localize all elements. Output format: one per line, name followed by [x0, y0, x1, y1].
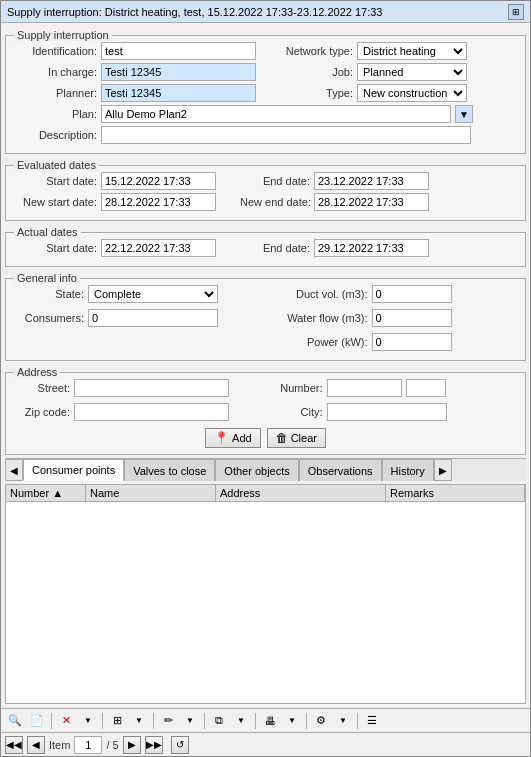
evaluated-dates-label: Evaluated dates: [14, 159, 99, 171]
network-type-label: Network type:: [268, 45, 353, 57]
state-select[interactable]: Complete: [88, 285, 218, 303]
delete-dropdown[interactable]: ▼: [78, 712, 98, 730]
street-row: Street:: [12, 379, 264, 397]
eval-start-input[interactable]: [101, 172, 216, 190]
list-button[interactable]: ☰: [362, 712, 382, 730]
move-button[interactable]: ⊞: [107, 712, 127, 730]
planner-input[interactable]: [101, 84, 256, 102]
type-select[interactable]: New construction: [357, 84, 467, 102]
duct-vol-row: Duct vol. (m3):: [268, 285, 520, 303]
col-number[interactable]: Number ▲: [6, 485, 86, 501]
planner-row: Planner: Type: New construction: [12, 84, 519, 102]
edit-dropdown[interactable]: ▼: [180, 712, 200, 730]
bottom-toolbar: 🔍 📄 ✕ ▼ ⊞ ▼ ✏ ▼ ⧉ ▼ 🖶 ▼ ⚙ ▼ ☰: [1, 708, 530, 732]
print-button[interactable]: 🖶: [260, 712, 280, 730]
tab-other-objects[interactable]: Other objects: [215, 459, 298, 481]
toolbar-separator-4: [204, 713, 205, 729]
tab-prev-btn[interactable]: ◀: [5, 459, 23, 481]
nav-bar: ◀◀ ◀ Item / 5 ▶ ▶▶ ↺: [1, 732, 530, 756]
toolbar-separator-7: [357, 713, 358, 729]
type-label: Type:: [268, 87, 353, 99]
duct-vol-input[interactable]: [372, 285, 452, 303]
nav-prev-btn[interactable]: ◀: [27, 736, 45, 754]
add-label: Add: [232, 432, 252, 444]
planner-label: Planner:: [12, 87, 97, 99]
settings-dropdown[interactable]: ▼: [333, 712, 353, 730]
current-page-input[interactable]: [74, 736, 102, 754]
street-input[interactable]: [74, 379, 229, 397]
actual-end-input[interactable]: [314, 239, 429, 257]
water-flow-label: Water flow (m3):: [268, 312, 368, 324]
power-row: Power (kW):: [268, 333, 520, 351]
actual-start-input[interactable]: [101, 239, 216, 257]
consumers-label: Consumers:: [12, 312, 84, 324]
eval-newstart-input[interactable]: [101, 193, 216, 211]
identification-row: Identification: Network type: District h…: [12, 42, 519, 60]
eval-start-label: Start date:: [12, 175, 97, 187]
copy-dropdown[interactable]: ▼: [231, 712, 251, 730]
col-name[interactable]: Name: [86, 485, 216, 501]
search-button[interactable]: 🔍: [5, 712, 25, 730]
identification-label: Identification:: [12, 45, 97, 57]
actual-dates-group: Actual dates Start date: End date:: [5, 232, 526, 267]
consumers-input[interactable]: [88, 309, 218, 327]
tab-history[interactable]: History: [382, 459, 434, 481]
nav-last-btn[interactable]: ▶▶: [145, 736, 163, 754]
tab-valves-to-close[interactable]: Valves to close: [124, 459, 215, 481]
job-label: Job:: [268, 66, 353, 78]
clear-icon: 🗑: [276, 431, 288, 445]
identification-input[interactable]: [101, 42, 256, 60]
add-button[interactable]: 📍 Add: [205, 428, 261, 448]
in-charge-input[interactable]: [101, 63, 256, 81]
description-input[interactable]: [101, 126, 471, 144]
window-title: Supply interruption: District heating, t…: [7, 6, 382, 18]
eval-end-input[interactable]: [314, 172, 429, 190]
eval-end-label: End date:: [240, 175, 310, 187]
actual-dates-label: Actual dates: [14, 226, 81, 238]
tab-observations[interactable]: Observations: [299, 459, 382, 481]
table-header: Number ▲ Name Address Remarks: [6, 485, 525, 502]
zip-input[interactable]: [74, 403, 229, 421]
power-input[interactable]: [372, 333, 452, 351]
tab-history-label: History: [391, 465, 425, 477]
toolbar-separator-3: [153, 713, 154, 729]
item-label: Item: [49, 739, 70, 751]
nav-refresh-btn[interactable]: ↺: [171, 736, 189, 754]
clear-button[interactable]: 🗑 Clear: [267, 428, 326, 448]
nav-first-btn[interactable]: ◀◀: [5, 736, 23, 754]
edit-button[interactable]: ✏: [158, 712, 178, 730]
col-remarks[interactable]: Remarks: [386, 485, 525, 501]
number-suffix-input[interactable]: [406, 379, 446, 397]
network-type-select[interactable]: District heating: [357, 42, 467, 60]
zip-row: Zip code:: [12, 403, 264, 421]
window-icon[interactable]: ⊞: [508, 4, 524, 20]
number-row: Number:: [268, 379, 520, 397]
plan-row: Plan: ▼: [12, 105, 519, 123]
plan-input[interactable]: [101, 105, 451, 123]
supply-interruption-group: Supply interruption Identification: Netw…: [5, 35, 526, 154]
city-input[interactable]: [327, 403, 447, 421]
move-dropdown[interactable]: ▼: [129, 712, 149, 730]
tab-consumer-points-label: Consumer points: [32, 464, 115, 476]
toolbar-separator-1: [51, 713, 52, 729]
state-label: State:: [12, 288, 84, 300]
copy-button[interactable]: ⧉: [209, 712, 229, 730]
tab-next-btn[interactable]: ▶: [434, 459, 452, 481]
print-dropdown[interactable]: ▼: [282, 712, 302, 730]
nav-next-btn[interactable]: ▶: [123, 736, 141, 754]
col-address[interactable]: Address: [216, 485, 386, 501]
tab-other-objects-label: Other objects: [224, 465, 289, 477]
plan-dropdown-btn[interactable]: ▼: [455, 105, 473, 123]
number-input[interactable]: [327, 379, 402, 397]
delete-button[interactable]: ✕: [56, 712, 76, 730]
new-button[interactable]: 📄: [27, 712, 47, 730]
total-pages: / 5: [106, 739, 118, 751]
settings-button[interactable]: ⚙: [311, 712, 331, 730]
job-select[interactable]: Planned: [357, 63, 467, 81]
tabs-bar: ◀ Consumer points Valves to close Other …: [5, 458, 526, 481]
city-row: City:: [268, 403, 520, 421]
tab-consumer-points[interactable]: Consumer points: [23, 459, 124, 481]
eval-newend-input[interactable]: [314, 193, 429, 211]
tab-observations-label: Observations: [308, 465, 373, 477]
water-flow-input[interactable]: [372, 309, 452, 327]
